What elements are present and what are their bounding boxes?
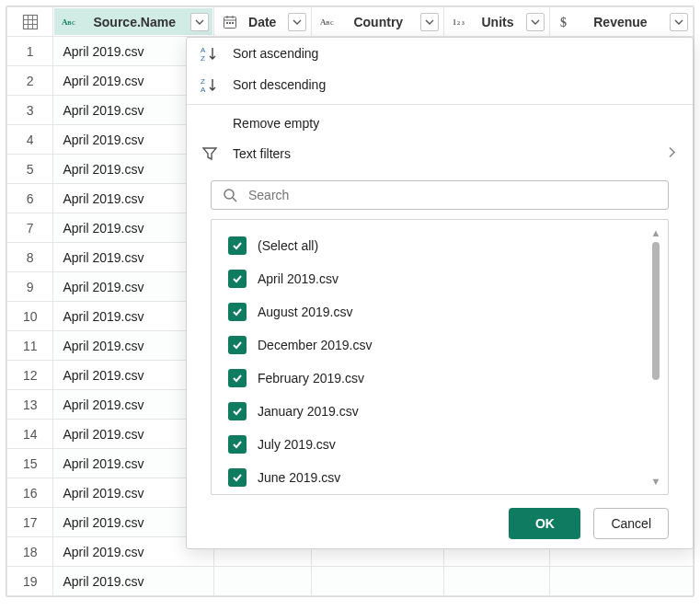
column-label: Revenue — [576, 15, 665, 29]
sort-asc-icon: AZ — [200, 45, 220, 62]
check-icon — [231, 471, 244, 484]
filter-button[interactable] — [670, 13, 688, 31]
cancel-button[interactable]: Cancel — [593, 508, 669, 539]
checkbox[interactable] — [228, 402, 247, 420]
column-label: Units — [474, 15, 522, 29]
column-header-revenue[interactable]: $ Revenue — [549, 7, 693, 37]
filter-value-item[interactable]: (Select all) — [228, 229, 648, 262]
checkbox[interactable] — [228, 236, 247, 255]
ok-button[interactable]: OK — [509, 508, 580, 539]
row-number: 4 — [7, 125, 53, 155]
cell[interactable] — [311, 567, 444, 596]
row-number: 17 — [7, 508, 53, 537]
text-type-icon: ABC — [62, 16, 78, 29]
filter-button[interactable] — [288, 13, 306, 31]
column-header-source-name[interactable]: ABC Source.Name — [53, 7, 213, 37]
row-number: 18 — [7, 537, 53, 567]
sort-ascending[interactable]: AZ Sort ascending — [187, 38, 693, 69]
table-icon — [22, 14, 39, 30]
filter-value-item[interactable]: July 2019.csv — [228, 428, 648, 461]
row-number: 1 — [7, 37, 53, 66]
svg-text:Z: Z — [201, 77, 205, 86]
svg-text:2: 2 — [457, 19, 461, 26]
sort-desc-icon: ZA — [200, 76, 220, 93]
svg-text:1: 1 — [453, 18, 456, 27]
filter-value-item[interactable]: June 2019.csv — [228, 461, 648, 494]
cell[interactable] — [213, 567, 311, 596]
chevron-right-icon — [667, 146, 676, 162]
filter-value-item[interactable]: April 2019.csv — [228, 262, 648, 295]
checkbox[interactable] — [228, 435, 247, 454]
svg-text:$: $ — [560, 16, 567, 29]
filter-value-item[interactable]: January 2019.csv — [228, 395, 648, 428]
filter-values-list: (Select all)April 2019.csvAugust 2019.cs… — [211, 219, 669, 495]
remove-empty[interactable]: Remove empty — [187, 104, 693, 138]
row-number: 7 — [7, 213, 53, 243]
row-number: 13 — [7, 390, 53, 420]
checkbox[interactable] — [228, 468, 247, 487]
row-number: 12 — [7, 361, 53, 390]
search-box[interactable] — [211, 180, 669, 210]
svg-rect-0 — [23, 15, 37, 29]
cell-source-name[interactable]: April 2019.csv — [53, 567, 213, 596]
menu-label: Text filters — [233, 146, 291, 161]
column-label: Date — [242, 15, 283, 29]
check-icon — [231, 405, 244, 418]
filter-value-item[interactable]: December 2019.csv — [228, 328, 648, 362]
row-number: 14 — [7, 420, 53, 449]
table-row[interactable]: 19April 2019.csv — [7, 567, 694, 596]
filter-button[interactable] — [190, 13, 209, 31]
menu-label: Remove empty — [233, 116, 319, 131]
column-label: Source.Name — [83, 15, 185, 29]
row-number: 19 — [7, 567, 53, 596]
text-type-icon: ABC — [320, 16, 337, 29]
row-number: 6 — [7, 184, 53, 213]
column-header-date[interactable]: Date — [213, 7, 311, 37]
row-number: 10 — [7, 302, 53, 331]
svg-text:Z: Z — [201, 54, 205, 62]
filter-value-item[interactable]: February 2019.csv — [228, 362, 648, 395]
row-number: 15 — [7, 449, 53, 478]
checkbox[interactable] — [228, 336, 247, 354]
check-icon — [231, 438, 244, 451]
check-icon — [231, 305, 244, 318]
filter-button[interactable] — [420, 13, 439, 31]
filter-button[interactable] — [526, 13, 545, 31]
row-number: 2 — [7, 66, 53, 96]
svg-text:B: B — [68, 19, 72, 26]
cell[interactable] — [549, 567, 693, 596]
column-header-units[interactable]: 123 Units — [444, 7, 550, 37]
text-filters[interactable]: Text filters — [187, 138, 693, 169]
search-icon — [223, 188, 237, 202]
check-icon — [231, 339, 244, 351]
cell[interactable] — [444, 567, 550, 596]
svg-text:B: B — [326, 19, 329, 26]
checkbox[interactable] — [228, 270, 247, 288]
scrollbar[interactable]: ▲ ▼ — [649, 227, 662, 487]
filter-value-label: December 2019.csv — [258, 338, 373, 352]
column-header-country[interactable]: ABC Country — [311, 7, 444, 37]
chevron-down-icon — [293, 17, 302, 27]
checkbox[interactable] — [228, 303, 247, 321]
row-number: 9 — [7, 272, 53, 302]
chevron-down-icon — [425, 17, 434, 27]
scroll-thumb[interactable] — [652, 242, 660, 380]
search-input[interactable] — [247, 187, 657, 203]
check-icon — [231, 272, 244, 285]
filter-value-item[interactable]: August 2019.csv — [228, 295, 648, 328]
date-type-icon — [223, 15, 237, 29]
corner-cell[interactable] — [7, 7, 53, 37]
scroll-down-icon[interactable]: ▼ — [651, 476, 661, 487]
row-number: 5 — [7, 155, 53, 184]
filter-value-label: April 2019.csv — [258, 271, 339, 286]
filter-icon — [200, 145, 220, 162]
row-number: 11 — [7, 331, 53, 361]
chevron-down-icon — [531, 17, 540, 27]
check-icon — [231, 239, 244, 252]
scroll-up-icon[interactable]: ▲ — [651, 227, 661, 238]
svg-rect-13 — [229, 22, 231, 24]
sort-descending[interactable]: ZA Sort descending — [187, 69, 693, 100]
checkbox[interactable] — [228, 369, 247, 387]
filter-value-label: June 2019.csv — [258, 470, 340, 485]
column-label: Country — [341, 15, 417, 29]
